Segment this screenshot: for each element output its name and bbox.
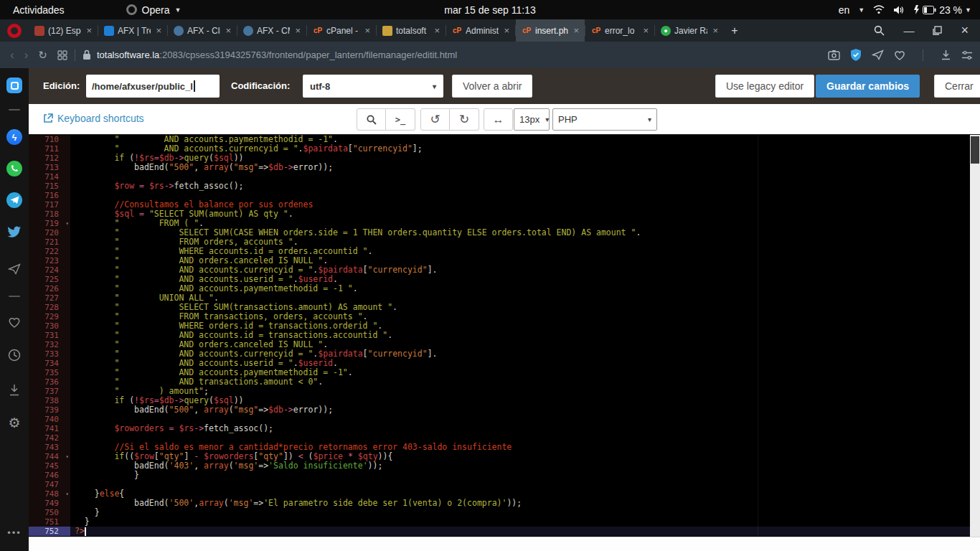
workspace-icon[interactable] bbox=[6, 77, 23, 94]
forward-icon[interactable]: › bbox=[24, 48, 29, 62]
site-blue-favicon bbox=[243, 26, 253, 36]
browser-tab[interactable]: AFX - Clie× bbox=[168, 19, 237, 42]
tab-close-icon[interactable]: × bbox=[154, 25, 163, 36]
line-number-gutter: 716 bbox=[29, 191, 70, 200]
redo-button[interactable]: ↻ bbox=[450, 108, 479, 131]
code-line[interactable]: 745 badEnd('403', array('msg'=>'Saldo in… bbox=[29, 461, 980, 471]
code-line[interactable]: 713 badEnd("500", array("msg"=>$db->erro… bbox=[29, 163, 980, 172]
code-line[interactable]: 746 } bbox=[29, 471, 980, 480]
line-number-gutter: 718 bbox=[29, 209, 70, 219]
line-number-gutter: 715 bbox=[29, 182, 70, 191]
new-tab-button[interactable]: + bbox=[724, 19, 745, 42]
browser-tab-active[interactable]: cPinsert.ph× bbox=[516, 19, 585, 42]
save-changes-button[interactable]: Guardar cambios bbox=[816, 75, 920, 98]
code-line[interactable]: 750 } bbox=[29, 508, 980, 517]
code-line[interactable]: 752?> bbox=[29, 527, 980, 536]
browser-tab[interactable]: AFX | Tre× bbox=[98, 19, 167, 42]
activities-button[interactable]: Actividades bbox=[13, 4, 65, 16]
snapshot-camera-icon[interactable] bbox=[828, 50, 840, 60]
bookmark-heart-icon[interactable] bbox=[894, 50, 905, 60]
browser-tab[interactable]: AFX - CM× bbox=[237, 19, 306, 42]
reload-icon[interactable]: ↻ bbox=[38, 49, 47, 62]
url-field[interactable]: totalsoftware.la:2083/cpsess3194325763/f… bbox=[83, 50, 457, 60]
system-tray[interactable]: en ▼ 23 % ▼ bbox=[839, 4, 971, 16]
browser-tab-bar: (12) Espe×AFX | Tre×AFX - Clie×AFX - CM×… bbox=[0, 19, 980, 42]
code-line[interactable]: 715 $row = $rs->fetch_assoc(); bbox=[29, 182, 980, 191]
easy-setup-sliders-icon[interactable] bbox=[961, 50, 973, 60]
encoding-select[interactable]: utf-8 ▾ bbox=[303, 75, 443, 98]
telegram-icon[interactable] bbox=[6, 192, 23, 209]
my-flow-icon[interactable] bbox=[872, 50, 884, 60]
code-text: $sql = "SELECT SUM(amount) AS qty ". bbox=[70, 209, 980, 219]
battery-indicator: 23 % ▼ bbox=[913, 4, 971, 16]
code-line[interactable]: 741 $roworders = $rs->fetch_assoc(); bbox=[29, 424, 980, 433]
flow-paper-plane-icon[interactable] bbox=[6, 260, 23, 278]
tab-close-icon[interactable]: × bbox=[502, 25, 511, 36]
keyboard-layout-indicator[interactable]: en bbox=[839, 4, 850, 16]
line-number-gutter: 752 bbox=[29, 527, 70, 536]
bookmarks-heart-icon[interactable] bbox=[6, 314, 23, 331]
horizontal-scrollbar[interactable] bbox=[29, 537, 980, 551]
opera-logo[interactable] bbox=[0, 19, 29, 42]
whatsapp-icon[interactable] bbox=[6, 160, 23, 177]
word-wrap-button[interactable]: ↔ bbox=[484, 108, 513, 131]
vpn-shield-icon[interactable] bbox=[850, 49, 862, 61]
minimize-button[interactable]: — bbox=[903, 24, 914, 37]
browser-tab[interactable]: cPcPanel - F× bbox=[307, 19, 376, 42]
tab-close-icon[interactable]: × bbox=[641, 25, 650, 36]
tab-close-icon[interactable]: × bbox=[85, 25, 93, 36]
tab-close-icon[interactable]: × bbox=[572, 25, 580, 36]
fold-arrow-icon[interactable]: ▾ bbox=[65, 489, 69, 499]
keyboard-shortcuts-link[interactable]: Keyboard shortcuts bbox=[43, 113, 144, 124]
code-text: badEnd('403', array('msg'=>'Saldo insufi… bbox=[70, 461, 980, 471]
terminal-button[interactable]: >_ bbox=[386, 108, 415, 131]
browser-tab[interactable]: cPerror_lo× bbox=[585, 19, 654, 42]
settings-gear-icon[interactable]: ⚙ bbox=[6, 414, 23, 431]
vertical-scrollbar[interactable] bbox=[970, 135, 980, 537]
twitter-icon[interactable] bbox=[6, 223, 23, 240]
tab-close-icon[interactable]: × bbox=[433, 25, 441, 36]
browser-tab[interactable]: totalsoft× bbox=[377, 19, 446, 42]
history-clock-icon[interactable] bbox=[6, 347, 23, 364]
fold-arrow-icon[interactable]: ▾ bbox=[65, 452, 69, 461]
tab-close-icon[interactable]: × bbox=[224, 25, 232, 36]
file-path-input[interactable]: /home/afxuser/public_l bbox=[86, 75, 220, 98]
downloads-icon[interactable] bbox=[6, 381, 23, 398]
undo-button[interactable]: ↺ bbox=[420, 108, 450, 131]
code-line[interactable]: 739 badEnd("500", array("msg"=>$db->erro… bbox=[29, 405, 980, 415]
search-button[interactable] bbox=[357, 108, 386, 131]
line-number-gutter: 740 bbox=[29, 415, 70, 424]
syntax-select[interactable]: PHP▾ bbox=[552, 108, 657, 131]
line-number-gutter: 741 bbox=[29, 424, 70, 433]
maximize-button[interactable] bbox=[933, 26, 942, 35]
line-number-gutter: 743 bbox=[29, 443, 70, 452]
browser-tab[interactable]: ●Javier Ra× bbox=[655, 19, 724, 42]
speed-dial-icon[interactable] bbox=[57, 50, 67, 60]
font-size-select[interactable]: 13px▾ bbox=[514, 108, 550, 131]
download-icon[interactable] bbox=[941, 50, 951, 60]
tab-search-icon[interactable] bbox=[874, 25, 885, 36]
fold-arrow-icon[interactable]: ▾ bbox=[65, 219, 69, 228]
tab-close-icon[interactable]: × bbox=[363, 25, 372, 36]
code-editor[interactable]: 710 " AND accounts.paymentmethodid = -1"… bbox=[29, 135, 980, 537]
scrollbar-thumb[interactable] bbox=[971, 136, 979, 164]
close-editor-button[interactable]: Cerrar bbox=[934, 75, 980, 98]
system-clock[interactable]: mar 15 de sep 11:13 bbox=[444, 4, 535, 16]
back-icon[interactable]: ‹ bbox=[10, 48, 14, 62]
code-line[interactable]: 747 bbox=[29, 480, 980, 489]
tab-close-icon[interactable]: × bbox=[711, 25, 720, 36]
app-menu[interactable]: Opera ▼ bbox=[126, 4, 182, 16]
legacy-editor-button[interactable]: Use legacy editor bbox=[715, 75, 814, 98]
sidebar-more-icon[interactable]: ••• bbox=[6, 524, 23, 541]
browser-tab[interactable]: cPAdminist× bbox=[446, 19, 515, 42]
code-line[interactable]: 749 badEnd('500',array('msg'=>'El parame… bbox=[29, 499, 980, 508]
line-number-gutter: 734 bbox=[29, 359, 70, 368]
code-text: } bbox=[70, 517, 980, 527]
browser-tab[interactable]: (12) Espe× bbox=[29, 19, 98, 42]
code-line[interactable]: 751 } bbox=[29, 517, 980, 527]
reopen-button[interactable]: Volver a abrir bbox=[452, 75, 532, 98]
close-window-button[interactable]: × bbox=[961, 23, 969, 38]
messenger-icon[interactable]: ϟ bbox=[6, 128, 23, 146]
line-number-gutter: 714 bbox=[29, 172, 70, 182]
tab-close-icon[interactable]: × bbox=[293, 25, 302, 36]
